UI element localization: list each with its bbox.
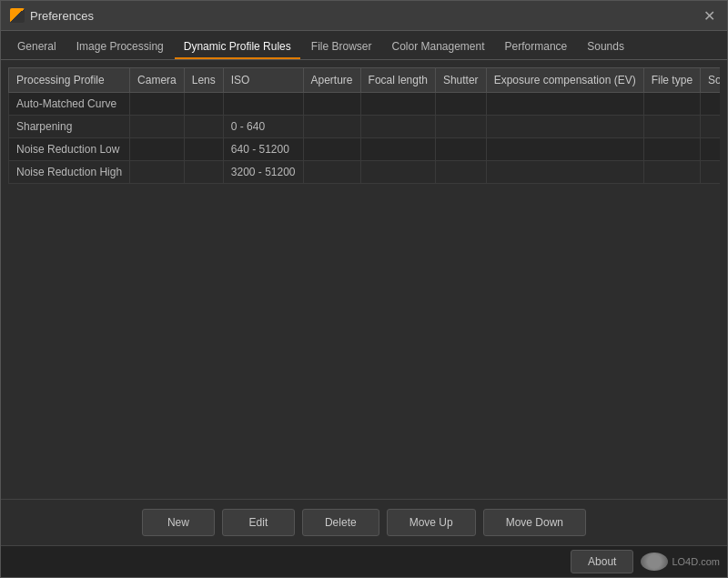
table-cell [360,116,435,138]
col-header-processing-profile: Processing Profile [9,68,130,93]
tab-image-processing[interactable]: Image Processing [67,35,173,59]
col-header-aperture: Aperture [303,68,360,93]
table-cell [360,93,435,116]
table-cell [184,138,223,161]
table-cell [303,138,360,161]
watermark-text: LO4D.com [672,556,720,567]
table-cell: Noise Reduction High [9,161,130,184]
new-button[interactable]: New [142,509,215,536]
move-down-button[interactable]: Move Down [483,509,586,536]
table-row[interactable]: Sharpening0 - 640 [9,116,721,138]
tab-color-management[interactable]: Color Management [382,35,493,59]
preferences-dialog: Preferences ✕ General Image Processing D… [0,0,728,578]
table-cell [130,116,185,138]
watermark: LO4D.com [641,553,720,571]
delete-button[interactable]: Delete [302,509,379,536]
table-cell [643,93,700,116]
close-button[interactable]: ✕ [700,6,718,25]
col-header-camera: Camera [130,68,185,93]
table-cell [184,93,223,116]
table-cell [486,138,643,161]
col-header-exposure-compensation: Exposure compensation (EV) [486,68,643,93]
col-header-shutter: Shutter [435,68,486,93]
col-header-soft: Soft [701,68,720,93]
table-cell [486,116,643,138]
table-cell: Sharpening [9,116,130,138]
table-cell [130,161,185,184]
watermark-logo [641,553,668,571]
table-cell [303,116,360,138]
about-button[interactable]: About [571,550,633,573]
table-header-row: Processing Profile Camera Lens ISO Apert… [9,68,721,93]
table-cell [701,161,720,184]
table-cell [643,116,700,138]
table-cell: Noise Reduction Low [9,138,130,161]
table-cell [360,138,435,161]
move-up-button[interactable]: Move Up [387,509,476,536]
table-cell [130,93,185,116]
table-cell [643,138,700,161]
status-bar: About LO4D.com [1,545,727,577]
app-icon [10,8,25,23]
table-cell [486,93,643,116]
rules-table-container[interactable]: Processing Profile Camera Lens ISO Apert… [8,67,720,492]
table-cell [701,116,720,138]
table-cell [435,161,486,184]
table-cell: 3200 - 51200 [223,161,303,184]
tab-performance[interactable]: Performance [496,35,577,59]
table-cell [435,93,486,116]
edit-button[interactable]: Edit [222,509,295,536]
table-cell [184,161,223,184]
col-header-lens: Lens [184,68,223,93]
table-cell [360,161,435,184]
tab-file-browser[interactable]: File Browser [302,35,381,59]
col-header-file-type: File type [643,68,700,93]
table-cell [486,161,643,184]
table-cell [303,93,360,116]
table-cell [435,116,486,138]
col-header-focal-length: Focal length [360,68,435,93]
table-cell: 640 - 51200 [223,138,303,161]
tab-general[interactable]: General [8,35,66,59]
table-cell [643,161,700,184]
table-cell [130,138,185,161]
table-cell: Auto-Matched Curve [9,93,130,116]
main-content: Processing Profile Camera Lens ISO Apert… [1,60,727,499]
titlebar: Preferences ✕ [1,1,727,31]
table-row[interactable]: Noise Reduction High3200 - 51200 [9,161,721,184]
rules-table: Processing Profile Camera Lens ISO Apert… [8,67,720,184]
table-row[interactable]: Noise Reduction Low640 - 51200 [9,138,721,161]
table-cell [184,116,223,138]
table-cell [701,138,720,161]
table-cell [701,93,720,116]
tab-sounds[interactable]: Sounds [578,35,633,59]
table-cell [435,138,486,161]
table-cell [223,93,303,116]
table-cell: 0 - 640 [223,116,303,138]
action-bar: New Edit Delete Move Up Move Down [1,499,727,545]
tab-bar: General Image Processing Dynamic Profile… [1,31,727,60]
tab-dynamic-profile-rules[interactable]: Dynamic Profile Rules [175,35,300,59]
dialog-title: Preferences [30,9,94,23]
table-cell [303,161,360,184]
col-header-iso: ISO [223,68,303,93]
titlebar-left: Preferences [10,8,94,23]
table-row[interactable]: Auto-Matched Curve [9,93,721,116]
